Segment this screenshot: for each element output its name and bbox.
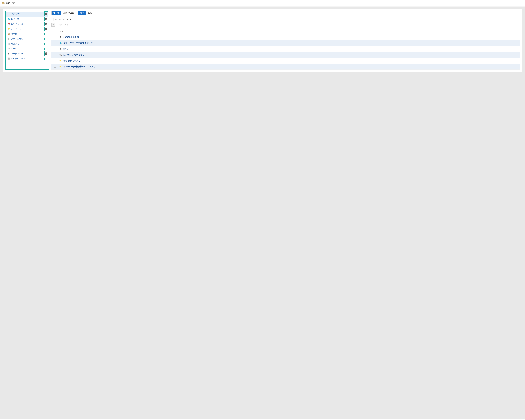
svg-rect-30	[60, 37, 61, 37]
sidebar-count-badge: 2	[45, 52, 47, 55]
sidebar-item-bulletin[interactable]: 掲示板	[6, 31, 48, 36]
svg-rect-37	[60, 48, 61, 49]
notification-row: 2024/3 出張申請	[51, 34, 520, 40]
count-highlight-box	[44, 43, 48, 45]
svg-rect-8	[9, 24, 9, 24]
tabs-row: すべて @自分宛(2) 未読 既読	[51, 11, 520, 15]
sidebar-item-label: メッセージ	[11, 28, 43, 30]
svg-rect-3	[2, 4, 4, 4]
page-header: 通知一覧	[0, 0, 525, 7]
row-checkbox[interactable]	[54, 60, 56, 62]
row-checkbox[interactable]	[54, 65, 56, 68]
notification-title[interactable]: 3月分	[63, 47, 519, 50]
notification-title[interactable]: グループウェア更改プロジェクト	[63, 42, 519, 45]
space-icon	[59, 42, 62, 44]
notification-row: 15:00 打合:資料について	[51, 52, 520, 58]
notification-title[interactable]: 2024/3 出張申請	[63, 36, 519, 39]
count-highlight-box	[44, 33, 48, 35]
page-next-icon[interactable]: ▶	[63, 18, 65, 21]
mark-read-button[interactable]: 既読にする	[57, 22, 70, 27]
sidebar-item-all[interactable]: （すべて） 7	[6, 12, 48, 17]
table-header-title: 標題	[51, 29, 520, 34]
sidebar-count-badge: 1	[45, 18, 47, 20]
svg-rect-27	[8, 59, 9, 59]
sidebar-item-label: 掲示板	[11, 32, 43, 35]
check-icon	[53, 24, 54, 26]
count-highlight-box: 3	[44, 27, 48, 31]
svg-rect-32	[60, 37, 61, 38]
content-wrapper: （すべて） 7 スペース 1 スケジュール 1 メッセージ 3	[0, 7, 525, 419]
count-highlight-box	[44, 38, 48, 40]
tab-unread[interactable]: 未読	[78, 11, 86, 15]
workflow-icon	[8, 53, 10, 55]
count-highlight-box: 1	[44, 17, 48, 21]
checkbox-cell	[53, 42, 57, 44]
svg-rect-29	[60, 36, 61, 37]
sidebar-item-space[interactable]: スペース 1	[6, 17, 48, 21]
checkbox-cell	[53, 60, 57, 62]
svg-rect-17	[9, 38, 9, 38]
svg-rect-11	[8, 33, 9, 35]
row-checkbox[interactable]	[54, 42, 56, 44]
toolbar: 既読にする	[51, 22, 520, 29]
sidebar-item-schedule[interactable]: スケジュール 1	[6, 21, 48, 27]
row-checkbox[interactable]	[54, 54, 56, 56]
notification-title[interactable]: 15:00 打合:資料について	[63, 53, 519, 56]
svg-rect-36	[60, 48, 61, 48]
content-inner: （すべて） 7 スペース 1 スケジュール 1 メッセージ 3	[3, 9, 522, 72]
svg-rect-13	[9, 33, 9, 34]
sidebar-item-label: ワークフロー	[11, 52, 43, 55]
bulletin-icon	[8, 33, 10, 35]
sidebar-item-phone[interactable]: 電話メモ	[6, 41, 48, 46]
svg-rect-12	[8, 33, 9, 34]
main-panel: すべて @自分宛(2) 未読 既読 ▏◀ ◀ ▶ 1 - 7 既	[51, 11, 520, 70]
tab-read[interactable]: 既読	[86, 11, 94, 15]
page-first-icon[interactable]: ▏◀	[54, 18, 56, 21]
tab-all[interactable]: すべて	[52, 11, 61, 15]
svg-rect-34	[61, 44, 62, 44]
notification-row: グループウェア更改プロジェクト	[51, 40, 520, 46]
svg-rect-20	[8, 53, 9, 53]
sidebar-item-message[interactable]: メッセージ 3	[6, 27, 48, 31]
checkbox-cell	[53, 54, 57, 56]
sidebar-item-report[interactable]: マルチレポート	[6, 56, 48, 61]
schedule-icon	[59, 54, 62, 56]
svg-rect-21	[8, 53, 9, 54]
sidebar-item-workflow[interactable]: ワークフロー 2	[6, 51, 48, 56]
message-icon	[59, 60, 62, 62]
svg-rect-16	[8, 38, 8, 38]
svg-rect-10	[9, 23, 9, 24]
sidebar-item-label: スケジュール	[11, 23, 43, 25]
svg-rect-15	[9, 38, 9, 40]
svg-rect-23	[8, 54, 9, 55]
notification-title[interactable]: ガルーン商事様商談の件について	[63, 65, 519, 68]
svg-marker-41	[61, 55, 62, 56]
notification-list: 2024/3 出張申請グループウェア更改プロジェクト3月分15:00 打合:資料…	[51, 34, 520, 70]
svg-rect-14	[8, 38, 8, 40]
svg-rect-38	[60, 49, 61, 49]
phone-icon	[8, 43, 10, 45]
svg-rect-9	[8, 23, 8, 24]
check-all-button[interactable]	[51, 23, 56, 27]
sidebar-item-label: 電話メモ	[11, 42, 43, 45]
svg-rect-26	[8, 58, 9, 59]
tab-to-me[interactable]: @自分宛(2)	[61, 11, 75, 15]
sidebar-item-mail[interactable]: メール	[6, 46, 48, 51]
sidebar: （すべて） 7 スペース 1 スケジュール 1 メッセージ 3	[5, 11, 49, 70]
svg-rect-24	[8, 58, 9, 59]
sidebar-item-label: ファイル管理	[11, 37, 43, 40]
sidebar-count-badge: 3	[45, 28, 47, 30]
page-title: 通知一覧	[5, 2, 15, 5]
count-highlight-box: 7	[44, 11, 48, 16]
schedule-icon	[8, 23, 10, 25]
notification-title[interactable]: 研修講師について	[63, 59, 519, 62]
page-prev-icon[interactable]: ◀	[59, 18, 60, 21]
count-highlight-box	[44, 48, 48, 50]
sidebar-item-label: （すべて）	[11, 13, 43, 16]
sidebar-item-label: スペース	[11, 18, 43, 20]
count-highlight-box: 2	[44, 51, 48, 56]
svg-rect-25	[8, 58, 9, 58]
pagination: ▏◀ ◀ ▶ 1 - 7	[51, 17, 520, 22]
svg-rect-39	[60, 49, 61, 50]
sidebar-item-file[interactable]: ファイル管理	[6, 36, 48, 41]
